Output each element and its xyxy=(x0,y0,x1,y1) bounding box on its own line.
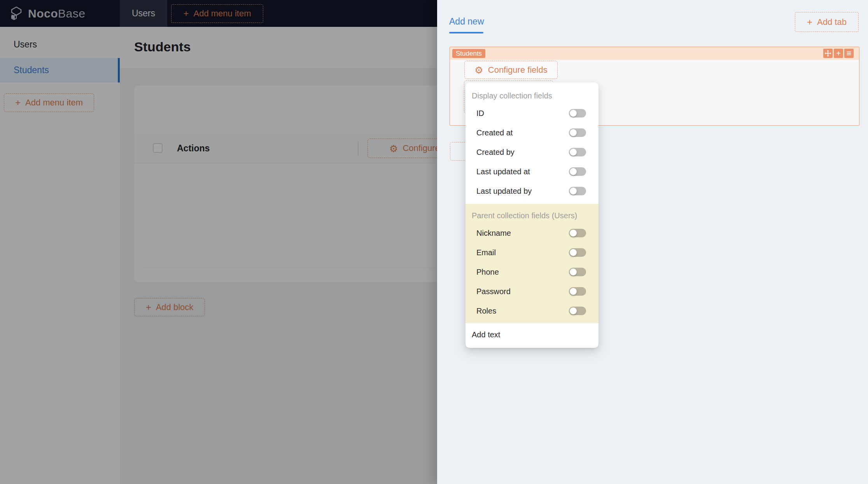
configure-fields-label: Configure fields xyxy=(488,65,548,75)
parent-fields-group: Parent collection fields (Users) Nicknam… xyxy=(466,204,598,323)
collection-tag: Students xyxy=(452,49,485,58)
field-menu-item-id[interactable]: ID xyxy=(466,103,598,123)
field-menu-item-password[interactable]: Password xyxy=(466,282,598,301)
field-label: Password xyxy=(476,287,511,296)
field-label: Email xyxy=(476,248,496,257)
designer-toolbar: + xyxy=(823,49,854,58)
field-toggle[interactable] xyxy=(569,187,586,195)
field-label: Nickname xyxy=(476,229,511,238)
configure-fields-button[interactable]: ⚙ Configure fields xyxy=(464,61,558,79)
field-toggle[interactable] xyxy=(569,229,586,237)
field-toggle[interactable] xyxy=(569,307,586,315)
field-menu-item-email[interactable]: Email xyxy=(466,243,598,262)
drawer-tab-add-new[interactable]: Add new xyxy=(449,16,484,27)
field-toggle[interactable] xyxy=(569,167,586,176)
group-title: Display collection fields xyxy=(466,88,598,103)
field-toggle[interactable] xyxy=(569,148,586,156)
plus-icon: + xyxy=(807,18,812,27)
plus-icon: + xyxy=(836,49,841,57)
drag-handle-icon[interactable] xyxy=(823,49,833,58)
field-label: ID xyxy=(476,109,484,118)
field-toggle[interactable] xyxy=(569,248,586,257)
app-root: NocoBase Users + Add menu item Users Stu… xyxy=(0,0,868,484)
field-menu-item-created-at[interactable]: Created at xyxy=(466,123,598,142)
field-label: Created by xyxy=(476,148,514,157)
configure-fields-dropdown: Display collection fields ID Created at … xyxy=(466,82,598,348)
field-menu-item-created-by[interactable]: Created by xyxy=(466,142,598,162)
tab-ink-bar xyxy=(449,32,483,33)
field-toggle[interactable] xyxy=(569,287,586,296)
field-label: Last updated at xyxy=(476,167,530,176)
field-label: Phone xyxy=(476,268,499,277)
add-tab-button[interactable]: + Add tab xyxy=(795,12,859,32)
insert-plus-icon[interactable]: + xyxy=(834,49,843,58)
display-fields-group: Display collection fields ID Created at … xyxy=(466,88,598,201)
field-menu-item-roles[interactable]: Roles xyxy=(466,301,598,321)
add-text-menu-item[interactable]: Add text xyxy=(466,323,598,346)
field-menu-item-phone[interactable]: Phone xyxy=(466,262,598,282)
field-label: Created at xyxy=(476,128,513,137)
field-toggle[interactable] xyxy=(569,268,586,276)
gear-icon: ⚙ xyxy=(474,65,483,75)
add-tab-label: Add tab xyxy=(817,17,847,27)
designer-menu-icon[interactable] xyxy=(844,49,854,58)
field-menu-item-nickname[interactable]: Nickname xyxy=(466,223,598,243)
designer-highlight-band xyxy=(450,47,859,60)
field-toggle[interactable] xyxy=(569,109,586,117)
field-menu-item-last-updated-at[interactable]: Last updated at xyxy=(466,162,598,181)
field-toggle[interactable] xyxy=(569,128,586,137)
drawer-mask[interactable] xyxy=(0,0,437,484)
field-label: Roles xyxy=(476,307,496,316)
field-menu-item-last-updated-by[interactable]: Last updated by xyxy=(466,181,598,201)
group-title: Parent collection fields (Users) xyxy=(466,208,598,223)
field-label: Last updated by xyxy=(476,187,532,196)
